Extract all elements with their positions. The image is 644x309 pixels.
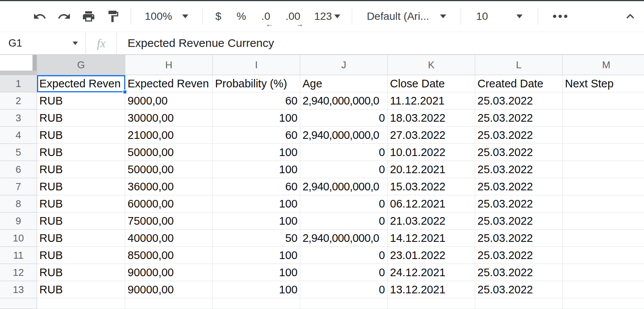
row-header-partial[interactable] bbox=[0, 298, 37, 309]
cell-G7[interactable]: RUB bbox=[37, 178, 125, 195]
cell-L2[interactable]: 25.03.2022 bbox=[475, 92, 563, 109]
cell-K5[interactable]: 10.01.2022 bbox=[388, 144, 475, 161]
cell-K1[interactable]: Close Date bbox=[388, 75, 475, 92]
fill-handle[interactable] bbox=[123, 90, 127, 94]
cell-M-partial[interactable] bbox=[563, 298, 644, 309]
row-header-12[interactable]: 12 bbox=[0, 264, 37, 281]
cell-K12[interactable]: 24.12.2021 bbox=[388, 264, 475, 281]
row-header-6[interactable]: 6 bbox=[0, 161, 37, 178]
cell-H7[interactable]: 36000,00 bbox=[125, 178, 213, 195]
cell-M9[interactable] bbox=[563, 212, 644, 230]
cell-K7[interactable]: 15.03.2022 bbox=[388, 178, 475, 195]
cell-K6[interactable]: 20.12.2021 bbox=[388, 161, 475, 178]
cell-I11[interactable]: 100 bbox=[213, 247, 300, 264]
column-header-L[interactable]: L bbox=[475, 55, 563, 75]
cell-K10[interactable]: 14.12.2021 bbox=[388, 230, 475, 247]
cell-G1[interactable]: Expected Reven bbox=[37, 75, 125, 92]
cell-H9[interactable]: 75000,00 bbox=[125, 212, 213, 230]
cell-L13[interactable]: 25.03.2022 bbox=[475, 281, 563, 298]
cell-M6[interactable] bbox=[563, 161, 644, 178]
cell-M12[interactable] bbox=[563, 264, 644, 281]
cell-H4[interactable]: 21000,00 bbox=[125, 127, 213, 144]
cell-H12[interactable]: 90000,00 bbox=[125, 264, 213, 281]
column-header-K[interactable]: K bbox=[388, 55, 475, 75]
cell-H13[interactable]: 90000,00 bbox=[125, 281, 213, 298]
cell-J7[interactable]: 2,940,000,000,0 bbox=[300, 178, 388, 195]
cell-G4[interactable]: RUB bbox=[37, 127, 125, 144]
cell-K13[interactable]: 13.12.2021 bbox=[388, 281, 475, 298]
cell-L10[interactable]: 25.03.2022 bbox=[475, 230, 563, 247]
row-header-11[interactable]: 11 bbox=[0, 247, 37, 264]
cell-J6[interactable]: 0 bbox=[300, 161, 388, 178]
cell-J3[interactable]: 0 bbox=[300, 109, 388, 127]
format-currency-button[interactable]: $ bbox=[215, 10, 222, 23]
freeze-row-handle[interactable] bbox=[0, 71, 37, 75]
cell-L9[interactable]: 25.03.2022 bbox=[475, 212, 563, 230]
cell-I6[interactable]: 100 bbox=[213, 161, 300, 178]
cell-K11[interactable]: 23.01.2022 bbox=[388, 247, 475, 264]
column-header-H[interactable]: H bbox=[125, 55, 213, 75]
cell-J8[interactable]: 0 bbox=[300, 195, 388, 212]
cell-J13[interactable]: 0 bbox=[300, 281, 388, 298]
cell-G5[interactable]: RUB bbox=[37, 144, 125, 161]
cell-J2[interactable]: 2,940,000,000,0 bbox=[300, 92, 388, 109]
undo-button[interactable] bbox=[32, 9, 47, 24]
cell-J5[interactable]: 0 bbox=[300, 144, 388, 161]
cell-L8[interactable]: 25.03.2022 bbox=[475, 195, 563, 212]
cell-L5[interactable]: 25.03.2022 bbox=[475, 144, 563, 161]
cell-H8[interactable]: 60000,00 bbox=[125, 195, 213, 212]
cell-G13[interactable]: RUB bbox=[37, 281, 125, 298]
cell-L1[interactable]: Created Date bbox=[475, 75, 563, 92]
row-header-9[interactable]: 9 bbox=[0, 212, 37, 230]
increase-decimal-button[interactable]: .00 → bbox=[285, 10, 300, 23]
cell-I2[interactable]: 60 bbox=[213, 92, 300, 109]
row-header-1[interactable]: 1 bbox=[0, 75, 37, 92]
number-format-menu[interactable]: 123 bbox=[314, 10, 340, 23]
format-percent-button[interactable]: % bbox=[236, 10, 246, 23]
cell-G-partial[interactable] bbox=[37, 298, 125, 309]
select-all-corner[interactable] bbox=[0, 55, 37, 75]
cell-H10[interactable]: 40000,00 bbox=[125, 230, 213, 247]
cell-I3[interactable]: 100 bbox=[213, 109, 300, 127]
cell-I8[interactable]: 100 bbox=[213, 195, 300, 212]
cell-H6[interactable]: 50000,00 bbox=[125, 161, 213, 178]
cell-M11[interactable] bbox=[563, 247, 644, 264]
name-box[interactable]: G1 bbox=[0, 32, 86, 54]
row-header-2[interactable]: 2 bbox=[0, 92, 37, 109]
cell-H5[interactable]: 50000,00 bbox=[125, 144, 213, 161]
cell-J9[interactable]: 0 bbox=[300, 212, 388, 230]
cell-G10[interactable]: RUB bbox=[37, 230, 125, 247]
cell-G3[interactable]: RUB bbox=[37, 109, 125, 127]
cell-M1[interactable]: Next Step bbox=[563, 75, 644, 92]
cell-G11[interactable]: RUB bbox=[37, 247, 125, 264]
cell-I1[interactable]: Probability (%) bbox=[213, 75, 300, 92]
cell-K4[interactable]: 27.03.2022 bbox=[388, 127, 475, 144]
column-header-I[interactable]: I bbox=[213, 55, 300, 75]
cell-L6[interactable]: 25.03.2022 bbox=[475, 161, 563, 178]
formula-input[interactable]: Expected Revenue Currency bbox=[117, 32, 644, 54]
row-header-8[interactable]: 8 bbox=[0, 195, 37, 212]
cell-K3[interactable]: 18.03.2022 bbox=[388, 109, 475, 127]
cell-L-partial[interactable] bbox=[475, 298, 563, 309]
cell-M8[interactable] bbox=[563, 195, 644, 212]
cell-G2[interactable]: RUB bbox=[37, 92, 125, 109]
cell-H-partial[interactable] bbox=[125, 298, 213, 309]
cell-M2[interactable] bbox=[563, 92, 644, 109]
cell-M10[interactable] bbox=[563, 230, 644, 247]
cell-L7[interactable]: 25.03.2022 bbox=[475, 178, 563, 195]
column-header-G[interactable]: G bbox=[37, 55, 125, 75]
font-family-select[interactable]: Default (Ari... bbox=[367, 10, 446, 23]
cell-I9[interactable]: 100 bbox=[213, 212, 300, 230]
row-header-13[interactable]: 13 bbox=[0, 281, 37, 298]
more-toolbar-options-button[interactable]: ••• bbox=[544, 10, 579, 23]
cell-J4[interactable]: 2,940,000,000,0 bbox=[300, 127, 388, 144]
cell-H11[interactable]: 85000,00 bbox=[125, 247, 213, 264]
cell-K8[interactable]: 06.12.2021 bbox=[388, 195, 475, 212]
cell-H1[interactable]: Expected Reven bbox=[125, 75, 213, 92]
cell-G9[interactable]: RUB bbox=[37, 212, 125, 230]
cell-I-partial[interactable] bbox=[213, 298, 300, 309]
cell-L3[interactable]: 25.03.2022 bbox=[475, 109, 563, 127]
column-header-J[interactable]: J bbox=[300, 55, 388, 75]
cell-M13[interactable] bbox=[563, 281, 644, 298]
cell-J12[interactable]: 0 bbox=[300, 264, 388, 281]
